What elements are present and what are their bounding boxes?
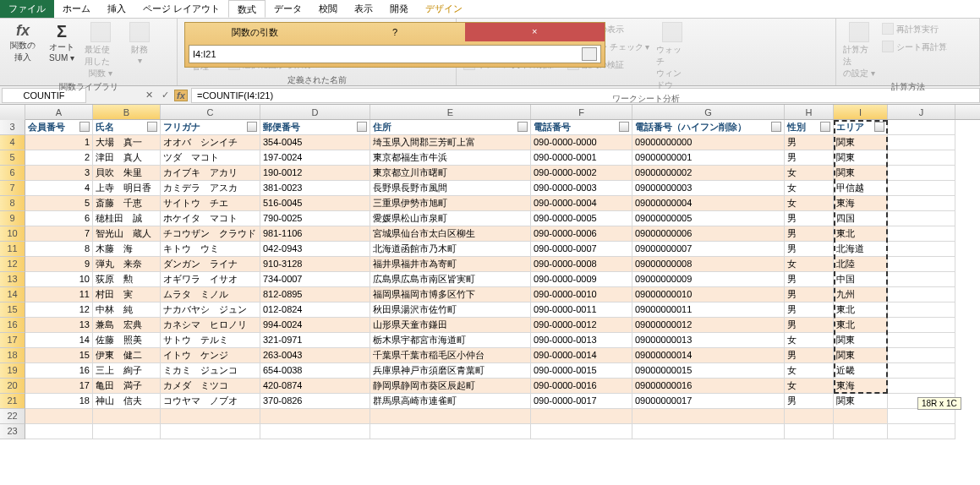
cell[interactable]: オオバ シンイチ bbox=[161, 135, 260, 150]
row-header[interactable]: 8 bbox=[0, 196, 25, 211]
cell[interactable]: 09000000007 bbox=[632, 242, 785, 257]
row-header[interactable]: 10 bbox=[0, 226, 25, 242]
tab-formulas[interactable]: 数式 bbox=[228, 0, 266, 18]
cell[interactable] bbox=[531, 409, 632, 424]
cell[interactable]: 354-0045 bbox=[260, 135, 370, 150]
row-header[interactable]: 21 bbox=[0, 394, 25, 409]
cell[interactable] bbox=[25, 424, 93, 439]
cell[interactable] bbox=[888, 318, 955, 333]
cell[interactable]: 09000000004 bbox=[632, 196, 785, 211]
cell[interactable] bbox=[888, 302, 955, 318]
cell[interactable] bbox=[888, 379, 955, 394]
cell[interactable]: 村田 実 bbox=[93, 287, 161, 302]
cell[interactable]: 09000000002 bbox=[632, 166, 785, 181]
cell[interactable]: 関東 bbox=[834, 150, 888, 166]
cell[interactable]: 男 bbox=[785, 302, 834, 318]
tab-developer[interactable]: 開発 bbox=[381, 0, 417, 18]
cell[interactable] bbox=[888, 150, 955, 166]
row-header[interactable]: 16 bbox=[0, 318, 25, 333]
cell[interactable] bbox=[888, 196, 955, 211]
calc-now-button[interactable]: 再計算実行 bbox=[880, 21, 949, 38]
cell[interactable]: 790-0025 bbox=[260, 211, 370, 226]
cell[interactable] bbox=[888, 348, 955, 363]
cell[interactable] bbox=[888, 287, 955, 302]
cell[interactable]: ナカバヤシ ジュン bbox=[161, 302, 260, 318]
cell[interactable]: カメダ ミツコ bbox=[161, 379, 260, 394]
cell[interactable]: 090-0000-0007 bbox=[531, 242, 632, 257]
col-header-e[interactable]: E bbox=[370, 105, 531, 119]
row-header[interactable]: 12 bbox=[0, 257, 25, 272]
cell[interactable]: 090-0000-0009 bbox=[531, 272, 632, 287]
cell[interactable]: 090-0000-0006 bbox=[531, 226, 632, 242]
cell[interactable] bbox=[785, 424, 834, 439]
cell[interactable]: エリア bbox=[834, 120, 888, 135]
cell[interactable]: 1 bbox=[25, 135, 93, 150]
cell[interactable]: 090-0000-0010 bbox=[531, 287, 632, 302]
row-header[interactable]: 20 bbox=[0, 379, 25, 394]
cell[interactable]: 09000000001 bbox=[632, 150, 785, 166]
col-header-b[interactable]: B bbox=[93, 105, 161, 119]
cell[interactable]: 兵庫県神戸市須磨区青葉町 bbox=[370, 363, 531, 379]
cell[interactable]: 981-1106 bbox=[260, 226, 370, 242]
col-header-c[interactable]: C bbox=[161, 105, 260, 119]
financial-button[interactable]: 財務▾ bbox=[122, 20, 157, 67]
cell[interactable] bbox=[161, 409, 260, 424]
cell[interactable]: 男 bbox=[785, 287, 834, 302]
cell[interactable]: 東北 bbox=[834, 302, 888, 318]
cell[interactable]: 090-0000-0015 bbox=[531, 363, 632, 379]
cell[interactable]: 栃木県宇都宮市海道町 bbox=[370, 333, 531, 348]
cell[interactable]: 090-0000-0012 bbox=[531, 318, 632, 333]
cell[interactable]: 09000000008 bbox=[632, 257, 785, 272]
cell[interactable]: 北海道 bbox=[834, 242, 888, 257]
cell[interactable]: 北海道函館市乃木町 bbox=[370, 242, 531, 257]
row-header[interactable]: 15 bbox=[0, 302, 25, 318]
cell[interactable]: 宮城県仙台市太白区柳生 bbox=[370, 226, 531, 242]
cell[interactable]: 012-0824 bbox=[260, 302, 370, 318]
cell[interactable]: 男 bbox=[785, 272, 834, 287]
cell[interactable]: 穂桂田 誠 bbox=[93, 211, 161, 226]
cell[interactable]: 東北 bbox=[834, 226, 888, 242]
cell[interactable]: 関東 bbox=[834, 348, 888, 363]
tab-home[interactable]: ホーム bbox=[54, 0, 99, 18]
cell[interactable]: 090-0000-0004 bbox=[531, 196, 632, 211]
filter-dropdown-icon[interactable] bbox=[820, 122, 830, 132]
insert-function-fx-button[interactable]: fx bbox=[174, 90, 188, 101]
cell[interactable]: 654-0038 bbox=[260, 363, 370, 379]
cell[interactable]: 広島県広島市南区皆実町 bbox=[370, 272, 531, 287]
cell[interactable]: 東北 bbox=[834, 318, 888, 333]
cell[interactable]: 東海 bbox=[834, 196, 888, 211]
cell[interactable]: 09000000005 bbox=[632, 211, 785, 226]
cell[interactable]: 長野県長野市風間 bbox=[370, 181, 531, 196]
cell[interactable]: 5 bbox=[25, 196, 93, 211]
cell[interactable]: 812-0895 bbox=[260, 287, 370, 302]
cell[interactable]: 190-0012 bbox=[260, 166, 370, 181]
cell[interactable]: 上寺 明日香 bbox=[93, 181, 161, 196]
cell[interactable]: 津田 真人 bbox=[93, 150, 161, 166]
cell[interactable]: 7 bbox=[25, 226, 93, 242]
cell[interactable]: オギワラ イサオ bbox=[161, 272, 260, 287]
cell[interactable]: 090-0000-0014 bbox=[531, 348, 632, 363]
cell[interactable]: 910-3128 bbox=[260, 257, 370, 272]
cell[interactable] bbox=[531, 424, 632, 439]
cell[interactable]: 090-0000-0008 bbox=[531, 257, 632, 272]
cell[interactable]: 秋田県湯沢市佐竹町 bbox=[370, 302, 531, 318]
cell[interactable]: 性別 bbox=[785, 120, 834, 135]
cell[interactable] bbox=[93, 409, 161, 424]
cell[interactable] bbox=[888, 181, 955, 196]
cell[interactable]: 女 bbox=[785, 363, 834, 379]
cell[interactable] bbox=[370, 409, 531, 424]
cell[interactable]: 三重県伊勢市旭町 bbox=[370, 196, 531, 211]
row-header[interactable]: 3 bbox=[0, 120, 25, 135]
cell[interactable]: 会員番号 bbox=[25, 120, 93, 135]
filter-dropdown-icon[interactable] bbox=[874, 122, 884, 132]
cell[interactable]: カイブキ アカリ bbox=[161, 166, 260, 181]
cell[interactable]: カネシマ ヒロノリ bbox=[161, 318, 260, 333]
cell[interactable] bbox=[632, 424, 785, 439]
cell[interactable]: 大場 真一 bbox=[93, 135, 161, 150]
row-header[interactable]: 13 bbox=[0, 272, 25, 287]
cell[interactable]: チコウザン クラウド bbox=[161, 226, 260, 242]
cell[interactable]: 東京都福生市牛浜 bbox=[370, 150, 531, 166]
cell[interactable]: 斎藤 千恵 bbox=[93, 196, 161, 211]
cell[interactable]: 09000000006 bbox=[632, 226, 785, 242]
cell[interactable]: 09000000016 bbox=[632, 379, 785, 394]
